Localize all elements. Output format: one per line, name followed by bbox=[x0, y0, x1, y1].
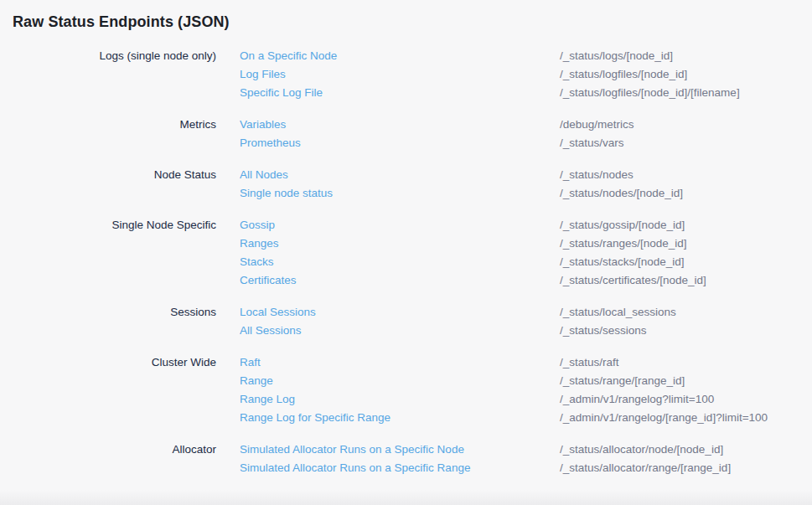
endpoint-link-cell: Variables bbox=[240, 116, 536, 131]
endpoint-row: Logs (single node only)On a Specific Nod… bbox=[13, 46, 812, 64]
endpoint-link[interactable]: Ranges bbox=[240, 237, 279, 250]
endpoint-link-cell: Stacks bbox=[240, 254, 536, 269]
category-label: Node Status bbox=[13, 168, 216, 181]
endpoint-path: /_status/nodes/[node_id] bbox=[560, 187, 812, 199]
category-label: Sessions bbox=[13, 306, 216, 318]
endpoint-group: Node StatusAll Nodes/_status/nodesSingle… bbox=[13, 165, 812, 202]
endpoint-link[interactable]: All Nodes bbox=[240, 168, 288, 181]
endpoint-link-cell: All Sessions bbox=[240, 322, 536, 338]
endpoint-link-cell: Range Log bbox=[240, 391, 536, 406]
endpoint-path: /debug/metrics bbox=[560, 118, 812, 131]
endpoint-link[interactable]: Prometheus bbox=[240, 137, 301, 149]
endpoint-link[interactable]: Log Files bbox=[240, 68, 286, 80]
endpoint-row: Specific Log File/_status/logfiles/[node… bbox=[13, 83, 812, 101]
endpoint-link-cell: All Nodes bbox=[240, 167, 536, 182]
endpoint-link[interactable]: Range Log for Specific Range bbox=[240, 411, 390, 424]
endpoint-link-cell: Gossip bbox=[240, 217, 536, 232]
endpoint-link[interactable]: Variables bbox=[240, 118, 286, 131]
endpoint-link[interactable]: Range bbox=[240, 374, 273, 387]
endpoint-group: MetricsVariables/debug/metricsPrometheus… bbox=[13, 115, 812, 152]
endpoint-row: Certificates/_status/certificates/[node_… bbox=[13, 271, 812, 289]
endpoint-path: /_status/nodes bbox=[560, 168, 812, 181]
endpoint-path: /_admin/v1/rangelog?limit=100 bbox=[560, 393, 812, 405]
endpoint-row: AllocatorSimulated Allocator Runs on a S… bbox=[13, 440, 812, 458]
endpoint-path: /_status/allocator/node/[node_id] bbox=[560, 443, 812, 456]
raw-status-endpoints-page: Raw Status Endpoints (JSON) Logs (single… bbox=[0, 0, 812, 477]
endpoint-link[interactable]: Simulated Allocator Runs on a Specific N… bbox=[240, 443, 464, 456]
endpoint-link[interactable]: Specific Log File bbox=[240, 86, 323, 99]
category-label: Cluster Wide bbox=[13, 356, 216, 368]
endpoint-link[interactable]: Single node status bbox=[240, 187, 333, 199]
category-label: Metrics bbox=[13, 118, 216, 131]
endpoint-row: Log Files/_status/logfiles/[node_id] bbox=[13, 64, 812, 83]
endpoint-path: /_admin/v1/rangelog/[range_id]?limit=100 bbox=[560, 411, 812, 424]
endpoint-group: Cluster WideRaft/_status/raftRange/_stat… bbox=[13, 353, 812, 426]
endpoint-path: /_status/logs/[node_id] bbox=[560, 49, 812, 62]
endpoint-link-cell: Range bbox=[240, 373, 536, 388]
endpoint-row: Cluster WideRaft/_status/raft bbox=[13, 353, 812, 371]
endpoint-row: Range/_status/range/[range_id] bbox=[13, 371, 812, 389]
endpoint-link[interactable]: Certificates bbox=[240, 274, 297, 286]
endpoint-path: /_status/logfiles/[node_id] bbox=[560, 68, 812, 80]
category-label: Single Node Specific bbox=[13, 219, 216, 231]
endpoint-row: Range Log for Specific Range/_admin/v1/r… bbox=[13, 408, 812, 426]
endpoint-group: Logs (single node only)On a Specific Nod… bbox=[13, 46, 812, 101]
endpoint-link-cell: Specific Log File bbox=[240, 85, 536, 100]
endpoint-row: MetricsVariables/debug/metrics bbox=[13, 115, 812, 133]
endpoint-link-cell: Ranges bbox=[240, 235, 536, 250]
endpoint-group: Single Node SpecificGossip/_status/gossi… bbox=[13, 215, 812, 289]
endpoint-path: /_status/vars bbox=[560, 137, 812, 149]
endpoint-row: Ranges/_status/ranges/[node_id] bbox=[13, 234, 812, 252]
endpoint-link[interactable]: Simulated Allocator Runs on a Specific R… bbox=[240, 461, 470, 474]
endpoint-link[interactable]: Stacks bbox=[240, 255, 274, 268]
endpoint-path: /_status/allocator/range/[range_id] bbox=[560, 461, 812, 474]
endpoint-path: /_status/certificates/[node_id] bbox=[560, 274, 812, 286]
endpoint-path: /_status/local_sessions bbox=[560, 306, 812, 318]
endpoint-row: Range Log/_admin/v1/rangelog?limit=100 bbox=[13, 389, 812, 408]
endpoint-link-cell: Range Log for Specific Range bbox=[240, 410, 536, 425]
endpoint-path: /_status/sessions bbox=[560, 324, 812, 337]
endpoint-link-cell: Certificates bbox=[240, 272, 536, 287]
endpoint-row: SessionsLocal Sessions/_status/local_ses… bbox=[13, 302, 812, 321]
endpoint-path: /_status/ranges/[node_id] bbox=[560, 237, 812, 250]
endpoint-path: /_status/logfiles/[node_id]/[filename] bbox=[560, 86, 812, 99]
endpoint-link[interactable]: On a Specific Node bbox=[240, 49, 337, 62]
category-label: Allocator bbox=[13, 443, 216, 456]
endpoint-link[interactable]: Range Log bbox=[240, 393, 295, 405]
endpoint-row: Single node status/_status/nodes/[node_i… bbox=[13, 183, 812, 202]
endpoint-row: All Sessions/_status/sessions bbox=[13, 321, 812, 339]
category-label: Logs (single node only) bbox=[13, 49, 216, 62]
endpoint-group: SessionsLocal Sessions/_status/local_ses… bbox=[13, 302, 812, 339]
page-title: Raw Status Endpoints (JSON) bbox=[13, 11, 812, 33]
endpoint-path: /_status/range/[range_id] bbox=[560, 374, 812, 387]
endpoint-link-cell: Raft bbox=[240, 354, 536, 369]
endpoint-link-cell: Single node status bbox=[240, 185, 536, 200]
endpoint-row: Prometheus/_status/vars bbox=[13, 133, 812, 152]
endpoint-table: Logs (single node only)On a Specific Nod… bbox=[13, 46, 812, 477]
endpoint-link-cell: Prometheus bbox=[240, 135, 536, 150]
endpoint-path: /_status/raft bbox=[560, 356, 812, 368]
endpoint-path: /_status/gossip/[node_id] bbox=[560, 219, 812, 231]
endpoint-link-cell: Simulated Allocator Runs on a Specific R… bbox=[240, 460, 536, 475]
endpoint-link-cell: Log Files bbox=[240, 66, 536, 81]
endpoint-link[interactable]: Local Sessions bbox=[240, 306, 316, 318]
endpoint-link[interactable]: Raft bbox=[240, 356, 261, 368]
endpoint-group: AllocatorSimulated Allocator Runs on a S… bbox=[13, 440, 812, 477]
endpoint-link-cell: Simulated Allocator Runs on a Specific N… bbox=[240, 441, 536, 456]
endpoint-link-cell: Local Sessions bbox=[240, 304, 536, 319]
endpoint-link-cell: On a Specific Node bbox=[240, 48, 536, 63]
endpoint-link[interactable]: All Sessions bbox=[240, 324, 302, 337]
endpoint-row: Stacks/_status/stacks/[node_id] bbox=[13, 252, 812, 271]
endpoint-row: Node StatusAll Nodes/_status/nodes bbox=[13, 165, 812, 183]
endpoint-row: Single Node SpecificGossip/_status/gossi… bbox=[13, 215, 812, 234]
endpoint-row: Simulated Allocator Runs on a Specific R… bbox=[13, 458, 812, 477]
endpoint-path: /_status/stacks/[node_id] bbox=[560, 255, 812, 268]
endpoint-link[interactable]: Gossip bbox=[240, 219, 275, 231]
